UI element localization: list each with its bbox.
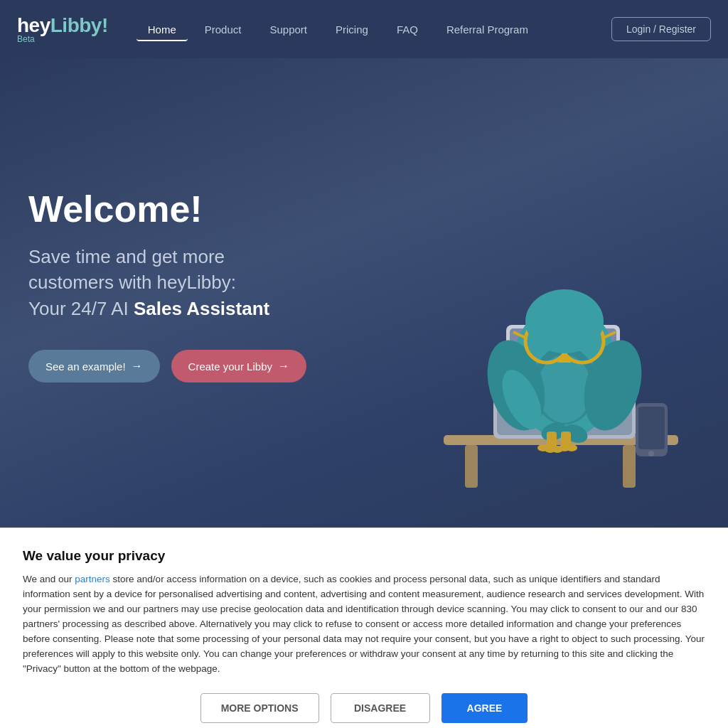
disagree-button[interactable]: DISAGREE — [331, 693, 430, 723]
svg-point-13 — [648, 451, 654, 456]
cookie-buttons: MORE OPTIONS DISAGREE AGREE — [23, 693, 705, 723]
svg-rect-1 — [465, 445, 478, 488]
cookie-title: We value your privacy — [23, 548, 705, 564]
svg-rect-12 — [638, 407, 665, 449]
nav-link-support[interactable]: Support — [258, 18, 318, 41]
agree-button[interactable]: AGREE — [441, 693, 528, 723]
hero-title: Welcome! — [28, 189, 306, 230]
owl-illustration — [401, 222, 700, 506]
hero-section: Welcome! Save time and get more customer… — [0, 58, 728, 528]
hero-subtitle: Save time and get more customers with he… — [28, 244, 306, 321]
nav-link-referral[interactable]: Referral Program — [435, 18, 540, 41]
logo-beta: Beta — [17, 34, 108, 44]
navbar: heyLibby! Beta Home Product Support Pric… — [0, 0, 728, 58]
login-register-button[interactable]: Login / Register — [611, 17, 711, 41]
hero-content: Welcome! Save time and get more customer… — [28, 189, 306, 382]
hero-buttons: See an example! → Create your Libby → — [28, 350, 306, 382]
logo[interactable]: heyLibby! Beta — [17, 14, 108, 44]
arrow-icon: → — [132, 360, 143, 373]
partners-link[interactable]: partners — [75, 574, 110, 584]
cookie-banner: We value your privacy We and our partner… — [0, 528, 728, 728]
nav-link-faq[interactable]: FAQ — [385, 18, 429, 41]
nav-links: Home Product Support Pricing FAQ Referra… — [136, 18, 611, 41]
svg-rect-2 — [623, 445, 636, 488]
arrow-icon-2: → — [278, 360, 289, 373]
nav-link-home[interactable]: Home — [136, 18, 188, 41]
svg-point-16 — [537, 355, 592, 423]
nav-link-pricing[interactable]: Pricing — [324, 18, 380, 41]
create-libby-button[interactable]: Create your Libby → — [171, 350, 306, 382]
svg-point-27 — [566, 444, 577, 451]
more-options-button[interactable]: MORE OPTIONS — [200, 693, 319, 723]
svg-point-37 — [525, 289, 604, 353]
see-example-button[interactable]: See an example! → — [28, 350, 160, 382]
nav-link-product[interactable]: Product — [193, 18, 253, 41]
cookie-text: We and our partners store and/or access … — [23, 572, 705, 676]
